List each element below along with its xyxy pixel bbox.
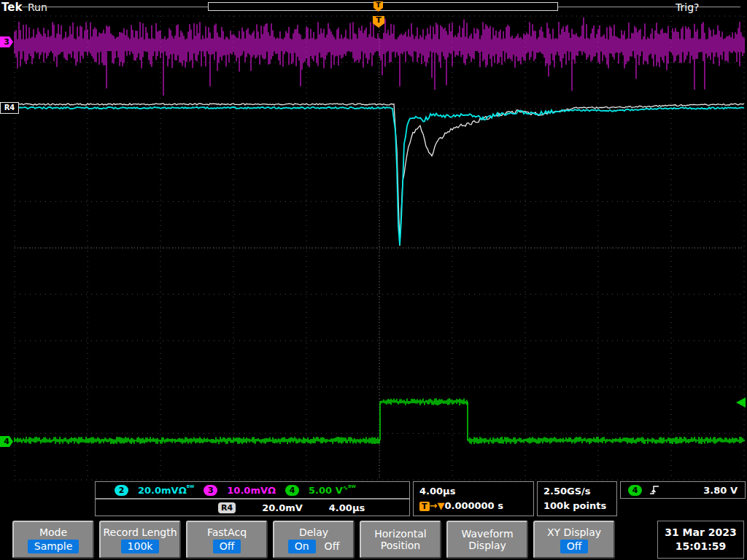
record-length-value[interactable]: 100k (121, 540, 160, 553)
ch4-badge[interactable]: 4 (285, 485, 299, 496)
menu-button-horizontal-position[interactable]: Horizontal Position (360, 521, 441, 559)
delay-on-option[interactable]: On (288, 540, 316, 553)
ch3-position-marker[interactable]: 3 (0, 36, 13, 47)
delay-off-option[interactable]: Off (325, 540, 340, 552)
trigger-status: Trig? (676, 1, 699, 13)
ch4-scale: 5.00 V∿ᴮᵂ (309, 484, 356, 496)
ref4-scales-box[interactable]: R4 20.0mV 4.00µs (95, 499, 410, 516)
menu-button-waveform-display[interactable]: Waveform Display (446, 521, 528, 559)
trigger-t-icon: T (419, 502, 430, 511)
ch4-coupling-icon: ∿ᴮᵂ (343, 484, 356, 491)
brand-logo: Tek (1, 1, 22, 14)
acquisition-status: Run (28, 1, 47, 13)
button-title: Mode (39, 526, 67, 538)
sample-rate-box[interactable]: 2.50GS/s 100k points (537, 481, 617, 516)
xy-display-value[interactable]: Off (560, 540, 589, 553)
trigger-settings-box[interactable]: 4 3.80 V (620, 481, 746, 499)
ch3-scale: 10.0mVΩ (227, 485, 276, 496)
ch2-bw-icon: ᴮᵂ (187, 484, 195, 491)
waveform-display (0, 0, 747, 560)
trigger-position-flag[interactable]: T (373, 16, 384, 28)
time-value: 15:01:59 (676, 540, 727, 553)
menu-button-delay[interactable]: Delay On Off (273, 521, 355, 559)
ch2-scale: 20.0mVΩᴮᵂ (138, 484, 194, 496)
button-title: Horizontal Position (361, 528, 440, 551)
horizontal-window-bar[interactable] (208, 2, 558, 11)
bottom-menu-bar: Mode Sample Record Length 100k FastAcq O… (0, 519, 747, 560)
ch4-position-marker[interactable]: 4 (0, 436, 13, 447)
readout-strip: 2 20.0mVΩᴮᵂ 3 10.0mVΩ 4 5.00 V∿ᴮᵂ R4 20.… (0, 481, 747, 518)
ref4-badge[interactable]: R4 (218, 502, 236, 513)
trigger-arrow-icon: →▼ (430, 500, 445, 511)
ref4-scale: 20.0mV (262, 502, 303, 513)
oscilloscope-screen: Tek Run T Trig? T 3 R4 4 2 20.0mVΩᴮᵂ 3 1… (0, 0, 747, 560)
menu-button-record-length[interactable]: Record Length 100k (99, 521, 181, 559)
menu-button-xy-display[interactable]: XY Display Off (533, 521, 615, 559)
timebase-box[interactable]: 4.00µs T→▼0.000000 s (413, 481, 534, 516)
menu-button-mode[interactable]: Mode Sample (12, 521, 94, 559)
button-title: Record Length (103, 526, 177, 538)
ref4-position-marker[interactable]: R4 (0, 102, 19, 114)
ch3-badge[interactable]: 3 (204, 485, 217, 496)
trigger-position-readout: T→▼0.000000 s (419, 499, 527, 513)
channel-scales-box[interactable]: 2 20.0mVΩᴮᵂ 3 10.0mVΩ 4 5.00 V∿ᴮᵂ (95, 481, 410, 499)
trigger-source-badge[interactable]: 4 (628, 485, 642, 496)
mode-value[interactable]: Sample (28, 540, 80, 553)
button-title: Delay (299, 526, 328, 538)
button-title: FastAcq (207, 526, 247, 538)
trigger-slope-icon (649, 484, 659, 496)
date-value: 31 Mar 2023 (665, 526, 736, 540)
menu-button-fastacq[interactable]: FastAcq Off (186, 521, 268, 559)
trigger-level-arrow[interactable] (736, 397, 746, 408)
sample-rate: 2.50GS/s (543, 484, 611, 499)
timebase-value: 4.00µs (419, 484, 527, 499)
datetime-display: 31 Mar 2023 15:01:59 (657, 521, 744, 559)
button-title: Waveform Display (448, 528, 527, 551)
trigger-level-value: 3.80 V (703, 485, 738, 496)
ref4-timebase: 4.00µs (329, 502, 365, 513)
button-title: XY Display (547, 526, 601, 538)
fastacq-value[interactable]: Off (213, 540, 241, 553)
record-points: 100k points (543, 499, 611, 513)
ch2-badge[interactable]: 2 (115, 485, 128, 496)
